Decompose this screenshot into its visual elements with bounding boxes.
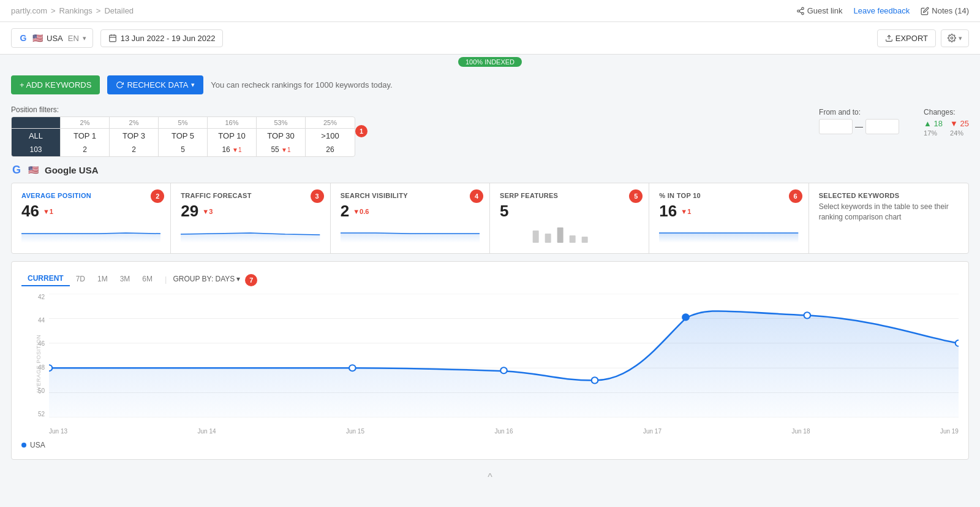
- chart-tab-6m[interactable]: 6M: [136, 272, 159, 286]
- position-filters-label: Position filters:: [11, 105, 368, 114]
- metric-serp-label: SERP FEATURES: [500, 192, 639, 199]
- filter-bar: G 🇺🇸 USA EN ▾ 13 Jun 2022 - 19 Jun 2022 …: [0, 22, 980, 55]
- svg-point-24: [500, 367, 507, 373]
- chart-tab-3m[interactable]: 3M: [114, 272, 137, 286]
- group-by-label: GROUP BY: DAYS: [173, 275, 235, 283]
- filter-tab-top5-pct: 5%: [159, 117, 207, 129]
- section-title: G 🇺🇸 Google USA: [11, 164, 969, 175]
- chart-tab-current[interactable]: CURRENT: [21, 272, 70, 286]
- filter-tab-top30-pct: 53%: [257, 117, 305, 129]
- traffic-sparkline: [181, 224, 320, 243]
- y-axis-title: AVERAGE POSITION: [36, 335, 42, 394]
- filter-tab-top10[interactable]: 16% TOP 10 16 ▼1: [208, 117, 257, 156]
- breadcrumb-rankings[interactable]: Rankings: [59, 6, 92, 15]
- breadcrumb-sep1: >: [51, 6, 56, 15]
- group-by-selector[interactable]: GROUP BY: DAYS ▾: [173, 275, 240, 283]
- svg-line-3: [799, 11, 802, 12]
- metric-circle-3: 3: [311, 189, 324, 203]
- svg-rect-13: [557, 227, 564, 243]
- legend-label-usa: USA: [30, 441, 45, 449]
- filter-tab-gt100-pct: 25%: [306, 117, 355, 129]
- refresh-icon: [116, 81, 124, 89]
- search-vis-sparkline: [341, 224, 480, 243]
- leave-feedback-link[interactable]: Leave feedback: [854, 6, 910, 15]
- filter-tab-top5[interactable]: 5% TOP 5 5: [159, 117, 208, 156]
- from-and-to-section: From and to: —: [819, 108, 899, 134]
- filter-tab-top30-count: 55 ▼1: [257, 143, 305, 156]
- change-down-value: ▼ 25: [950, 119, 969, 128]
- svg-point-22: [49, 365, 52, 371]
- chart-tabs: CURRENT 7D 1M 3M 6M | GROUP BY: DAYS ▾: [21, 272, 240, 286]
- svg-point-0: [801, 7, 804, 9]
- metric-selected-desc: Select keywords in the table to see thei…: [819, 202, 959, 223]
- svg-rect-5: [110, 35, 116, 42]
- serp-bar-chart: [500, 224, 639, 243]
- y-label-44: 44: [28, 317, 45, 324]
- notes-button[interactable]: Notes (14): [921, 6, 969, 15]
- export-icon: [885, 34, 893, 42]
- x-label-jun18: Jun 18: [791, 428, 810, 435]
- svg-point-25: [592, 377, 598, 383]
- chart-section: CURRENT 7D 1M 3M 6M | GROUP BY: DAYS ▾ 7…: [11, 261, 969, 460]
- y-label-42: 42: [28, 294, 45, 300]
- add-keywords-button[interactable]: + ADD KEYWORDS: [11, 75, 100, 94]
- filter-tab-top10-label: TOP 10: [208, 129, 256, 143]
- filter-tab-top3-label: TOP 3: [110, 129, 158, 143]
- changes-down-group: ▼ 25 24%: [950, 119, 969, 137]
- x-label-jun14: Jun 14: [197, 428, 216, 435]
- metric-circle-5: 5: [629, 189, 643, 203]
- guest-link-label: Guest link: [807, 6, 843, 15]
- recheck-data-button[interactable]: RECHECK DATA ▾: [107, 75, 203, 94]
- export-button[interactable]: EXPORT: [877, 29, 936, 47]
- recheck-info: You can recheck rankings for 1000 keywor…: [211, 80, 392, 90]
- metric-search-vis-value: 2 ▼0.6: [341, 202, 480, 221]
- position-filter-tabs: ALL 103 2% TOP 1 2 2% TOP 3 2 5% TOP 5 5: [11, 116, 355, 157]
- breadcrumb-detailed[interactable]: Detailed: [104, 6, 134, 15]
- filter-tab-top30-label: TOP 30: [257, 129, 305, 143]
- chart-tab-1m[interactable]: 1M: [91, 272, 114, 286]
- metric-avg-pos-value: 46 ▼1: [21, 202, 160, 221]
- filter-tab-gt100[interactable]: 25% >100 26: [306, 117, 355, 156]
- top-bar: partly.com > Rankings > Detailed Guest l…: [0, 0, 980, 22]
- filter-tab-top1-pct: 2%: [61, 117, 109, 129]
- chart-container: 42 44 46 48 50 52 AVERAGE POSITION: [28, 294, 959, 435]
- settings-button[interactable]: ▾: [941, 29, 969, 47]
- engine-selector[interactable]: G 🇺🇸 USA EN ▾: [11, 28, 93, 48]
- metric-traffic-change: ▼3: [202, 208, 213, 215]
- x-axis: Jun 13 Jun 14 Jun 15 Jun 16 Jun 17 Jun 1…: [49, 428, 959, 435]
- filter-tab-top1[interactable]: 2% TOP 1 2: [61, 117, 110, 156]
- metric-serp-features: 5 SERP FEATURES 5: [490, 183, 649, 253]
- svg-point-10: [951, 37, 953, 39]
- lang-label: EN: [68, 34, 79, 43]
- scroll-up-icon[interactable]: ^: [488, 472, 492, 483]
- country-flag: 🇺🇸: [32, 33, 43, 43]
- filter-tab-all-count: 103: [12, 143, 60, 156]
- chart-circle-7: 7: [245, 274, 257, 286]
- chevron-down-icon: ▾: [83, 34, 86, 42]
- metric-pct-top10: 6 % IN TOP 10 16 ▼1: [649, 183, 809, 253]
- filter-tab-top3[interactable]: 2% TOP 3 2: [110, 117, 159, 156]
- google-icon: G: [18, 32, 29, 44]
- metric-avg-pos-change: ▼1: [43, 208, 53, 215]
- svg-point-27: [804, 312, 811, 318]
- to-input[interactable]: [865, 119, 899, 134]
- breadcrumb-site[interactable]: partly.com: [11, 6, 47, 15]
- google-logo: G: [11, 164, 22, 175]
- change-up-pct: 17%: [924, 129, 937, 137]
- settings-icon: [948, 34, 956, 42]
- svg-rect-15: [582, 237, 588, 243]
- guest-link[interactable]: Guest link: [796, 6, 843, 15]
- svg-rect-12: [545, 234, 551, 243]
- bottom-arrow[interactable]: ^: [0, 467, 980, 488]
- svg-rect-14: [570, 235, 576, 243]
- from-input[interactable]: [819, 119, 853, 134]
- filter-tab-top30[interactable]: 53% TOP 30 55 ▼1: [257, 117, 306, 156]
- x-label-jun16: Jun 16: [494, 428, 513, 435]
- filter-tab-all[interactable]: ALL 103: [12, 117, 61, 156]
- chart-tab-7d[interactable]: 7D: [70, 272, 91, 286]
- indexed-bar: 100% INDEXED: [0, 55, 980, 69]
- svg-point-1: [797, 10, 799, 12]
- date-range-selector[interactable]: 13 Jun 2022 - 19 Jun 2022: [100, 29, 224, 47]
- notes-label: Notes (14): [932, 6, 969, 15]
- metric-selected-label: SELECTED KEYWORDS: [819, 192, 959, 199]
